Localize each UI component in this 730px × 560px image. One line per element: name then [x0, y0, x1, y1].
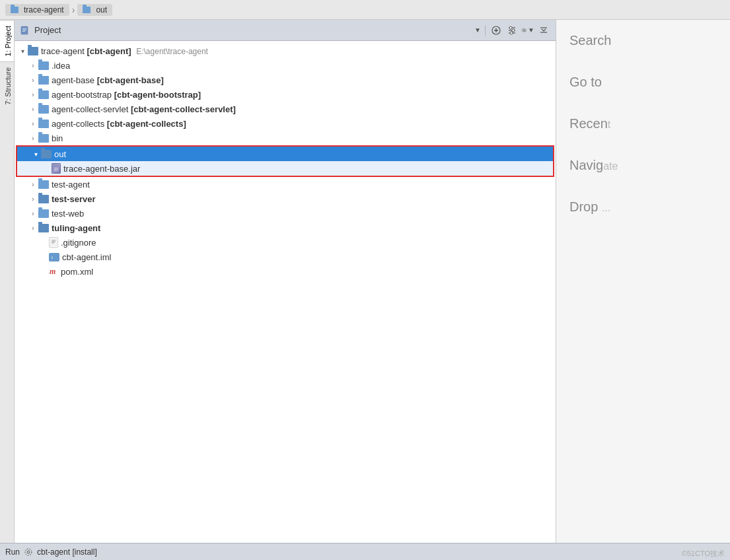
expand-idea[interactable]: ›	[28, 62, 38, 69]
settings-button[interactable]: ▼	[521, 24, 534, 37]
folder-agent-collect-servlet-icon	[38, 105, 49, 114]
sidebar-tabs: 1: Project 7: Structure	[0, 20, 15, 543]
folder-agent-bootstrap-icon	[38, 90, 49, 99]
svg-point-13	[523, 29, 525, 31]
tree-item-iml[interactable]: i cbt-agent.iml	[15, 250, 556, 264]
test-server-label: test-server	[52, 194, 96, 204]
tree-item-pom[interactable]: m pom.xml	[15, 264, 556, 279]
expand-tuling-agent[interactable]: ›	[28, 225, 38, 232]
svg-point-29	[25, 549, 32, 555]
project-panel: Project ▼	[15, 20, 556, 543]
svg-point-10	[509, 26, 512, 29]
bottom-bar: Run cbt-agent [install] ©51CTO技术	[0, 543, 730, 560]
tree-item-test-web[interactable]: › test-web	[15, 206, 556, 221]
folder-tuling-agent-icon	[38, 224, 49, 232]
root-label: trace-agent [cbt-agent] E:\agent\trace-a…	[41, 46, 208, 56]
run-label[interactable]: Run	[5, 547, 20, 557]
expand-agent-collects[interactable]: ›	[28, 120, 38, 127]
right-panel: Search Go to Recent Navigate Drop ...	[556, 20, 730, 543]
expand-agent-bootstrap[interactable]: ›	[28, 91, 38, 98]
svg-rect-19	[54, 169, 58, 170]
iml-file-icon: i	[49, 253, 59, 262]
equalizer-button[interactable]	[505, 24, 519, 37]
iml-label: cbt-agent.iml	[62, 252, 111, 262]
out-label: out	[54, 149, 66, 159]
project-icon	[20, 25, 30, 36]
project-tree[interactable]: ▾ trace-agent [cbt-agent] E:\agent\trace…	[15, 41, 556, 543]
expand-out[interactable]: ▾	[30, 151, 41, 158]
tree-item-jar[interactable]: trace-agent-base.jar	[17, 161, 553, 176]
pom-icon: m	[49, 267, 58, 276]
red-border-highlight: ▾ out	[16, 145, 554, 177]
folder-icon-small	[11, 7, 18, 13]
tree-item-test-agent[interactable]: › test-agent	[15, 177, 556, 192]
expand-test-server[interactable]: ›	[28, 195, 38, 203]
folder-bin-icon	[38, 134, 49, 143]
expand-test-web[interactable]: ›	[28, 210, 38, 217]
svg-point-11	[512, 29, 515, 32]
sidebar-tab-project[interactable]: 1: Project	[0, 20, 14, 61]
agent-collect-servlet-label: agent-collect-servlet [cbt-agent-collect…	[52, 104, 236, 114]
folder-test-server-icon	[38, 195, 49, 203]
tree-item-agent-bootstrap[interactable]: › agent-bootstrap [cbt-agent-bootstrap]	[15, 87, 556, 102]
svg-point-12	[510, 32, 513, 34]
breadcrumb-label-trace-agent: trace-agent	[24, 5, 64, 15]
gitignore-label: .gitignore	[61, 238, 96, 248]
folder-agent-base-icon	[38, 76, 49, 85]
right-panel-recent: Recent	[569, 116, 717, 131]
right-panel-goto: Go to	[569, 75, 717, 90]
tree-item-agent-collects[interactable]: › agent-collects [cbt-agent-collects]	[15, 116, 556, 131]
folder-icon-out	[83, 7, 91, 13]
idea-label: .idea	[52, 61, 70, 71]
tuling-agent-label: tuling-agent	[52, 223, 100, 233]
run-gear-icon[interactable]	[24, 547, 33, 557]
svg-text:m: m	[50, 267, 55, 276]
tree-item-root[interactable]: ▾ trace-agent [cbt-agent] E:\agent\trace…	[15, 44, 556, 58]
tree-item-test-server[interactable]: › test-server	[15, 192, 556, 206]
add-content-icon	[491, 25, 501, 36]
test-agent-label: test-agent	[52, 180, 90, 190]
svg-rect-3	[22, 31, 25, 32]
test-web-label: test-web	[52, 209, 84, 219]
tree-item-agent-base[interactable]: › agent-base [cbt-agent-base]	[15, 73, 556, 87]
project-toolbar: Project ▼	[15, 20, 556, 41]
expand-root[interactable]: ▾	[17, 48, 28, 55]
right-panel-drop: Drop ...	[569, 199, 717, 215]
jar-file-icon	[52, 163, 61, 174]
folder-agent-collects-icon	[38, 120, 49, 128]
agent-base-label: agent-base [cbt-agent-base]	[52, 75, 164, 85]
gitignore-icon	[49, 237, 58, 248]
expand-agent-base[interactable]: ›	[28, 77, 38, 84]
tree-item-out[interactable]: ▾ out	[17, 147, 553, 161]
expand-test-agent[interactable]: ›	[28, 181, 38, 188]
main-layout: 1: Project 7: Structure Project ▼	[0, 20, 730, 543]
jar-label: trace-agent-base.jar	[63, 164, 140, 174]
right-panel-search: Search	[569, 33, 717, 48]
tree-item-bin[interactable]: › bin	[15, 131, 556, 145]
tree-item-tuling-agent[interactable]: › tuling-agent	[15, 221, 556, 235]
svg-rect-2	[22, 30, 26, 30]
right-panel-navig: Navigate	[569, 158, 717, 173]
expand-agent-collect-servlet[interactable]: ›	[28, 106, 38, 113]
toolbar-sep1	[485, 25, 486, 36]
folder-idea-icon	[38, 61, 49, 70]
equalizer-icon	[507, 25, 517, 36]
collapse-all-button[interactable]	[537, 24, 550, 37]
tree-item-idea[interactable]: › .idea	[15, 58, 556, 73]
sidebar-tab-structure[interactable]: 7: Structure	[0, 61, 14, 110]
svg-rect-20	[54, 170, 57, 171]
tree-item-gitignore[interactable]: .gitignore	[15, 235, 556, 250]
panel-dropdown-arrow[interactable]: ▼	[474, 26, 481, 34]
folder-out-icon	[41, 150, 52, 158]
breadcrumb-trace-agent[interactable]: trace-agent	[5, 4, 69, 16]
breadcrumb-out[interactable]: out	[77, 4, 112, 16]
run-config-label: cbt-agent [install]	[37, 547, 97, 557]
tree-item-agent-collect-servlet[interactable]: › agent-collect-servlet [cbt-agent-colle…	[15, 102, 556, 116]
expand-bin[interactable]: ›	[28, 135, 38, 142]
svg-point-28	[27, 551, 30, 553]
watermark: ©51CTO技术	[682, 549, 725, 559]
add-content-button[interactable]	[490, 24, 503, 37]
breadcrumb-bar: trace-agent › out	[0, 0, 730, 20]
breadcrumb-separator: ›	[72, 5, 75, 15]
folder-root-icon	[28, 47, 38, 55]
